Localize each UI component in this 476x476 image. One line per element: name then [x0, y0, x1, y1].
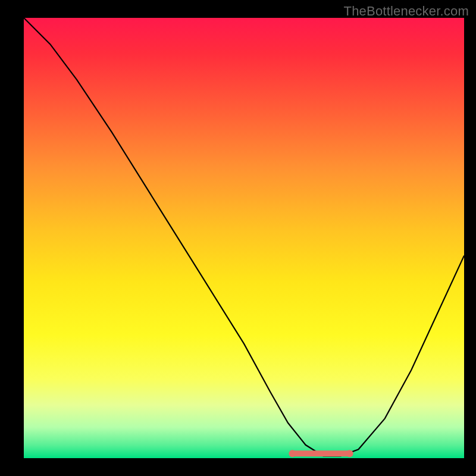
plot-area	[24, 18, 464, 458]
optimal-range-start-dot	[289, 450, 296, 457]
chart-container: TheBottlenecker.com	[0, 0, 476, 476]
watermark-text: TheBottlenecker.com	[344, 4, 469, 19]
optimal-range-end-dot	[346, 450, 353, 457]
curve-layer	[24, 18, 464, 458]
bottleneck-curve	[24, 18, 464, 456]
